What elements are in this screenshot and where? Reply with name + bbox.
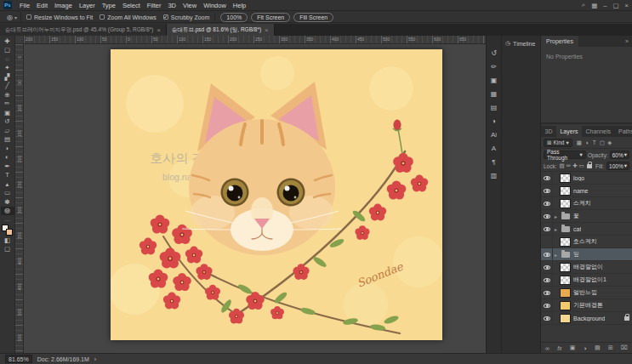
brushes-panel-icon[interactable]: ✏ [487, 60, 501, 73]
layer-row-6[interactable]: 호스케치 [541, 236, 632, 248]
close-tab-icon[interactable]: × [265, 26, 269, 34]
layer-row-9[interactable]: 배경깔없이1 [541, 274, 632, 287]
group-caret-icon[interactable]: ▸ [553, 226, 559, 232]
visibility-toggle[interactable] [541, 274, 553, 286]
quick-mask-button[interactable]: ◧ [1, 236, 14, 245]
fill-input[interactable]: 100% ▾ [606, 162, 629, 170]
brush-tool[interactable]: ✏ [1, 100, 14, 109]
pixel-layer-filter-icon[interactable]: ▦ [576, 139, 583, 146]
visibility-toggle[interactable] [541, 185, 553, 196]
adjustment-layer-filter-icon[interactable]: ◑ [584, 139, 590, 146]
layer-row-2[interactable]: name [541, 185, 632, 197]
group-caret-icon[interactable]: ▸ [553, 213, 559, 219]
history-brush-tool[interactable]: ↺ [1, 117, 14, 127]
clone-stamp-tool[interactable]: ▣ [1, 108, 14, 117]
fill-screen-button[interactable]: Fill Screen [293, 13, 333, 22]
background-color-swatch[interactable] [6, 229, 13, 236]
character-panel-icon[interactable]: A [487, 141, 501, 155]
shape-layer-filter-icon[interactable]: ▢ [599, 139, 606, 146]
edit-toolbar-icon[interactable]: … [4, 216, 10, 222]
fit-screen-button[interactable]: Fit Screen [251, 13, 290, 22]
100--button[interactable]: 100% [220, 13, 248, 22]
menu-help[interactable]: Help [230, 2, 249, 9]
crop-tool[interactable]: ▞ [1, 72, 14, 82]
eraser-tool[interactable]: ▱ [1, 126, 14, 135]
zoom-level-input[interactable]: 81.65% [5, 355, 32, 363]
layer-row-12[interactable]: Background [541, 312, 632, 325]
visibility-toggle[interactable] [541, 261, 553, 273]
lock-transparency-icon[interactable]: ▨ [560, 162, 565, 169]
layer-row-4[interactable]: ▸꽃 [541, 210, 632, 223]
libraries-panel-icon[interactable]: Ai [487, 128, 501, 141]
option-checkbox-1[interactable]: Resize Windows to Fit [26, 14, 93, 20]
lock-artboard-icon[interactable]: ▭ [579, 162, 584, 169]
dodge-tool[interactable]: ◐ [1, 153, 14, 162]
menu-file[interactable]: File [16, 2, 33, 9]
shape-tool[interactable]: ▭ [1, 189, 14, 198]
timeline-panel-button[interactable]: ◷ Timeline [502, 38, 540, 48]
tab-paths[interactable]: Paths [615, 126, 632, 137]
menu-filter[interactable]: Filter [144, 2, 165, 9]
paragraph-panel-icon[interactable]: ¶ [487, 155, 501, 168]
new-group-icon[interactable]: ▤ [595, 344, 601, 351]
visibility-toggle[interactable] [541, 223, 553, 235]
menu-layer[interactable]: Layer [76, 2, 99, 9]
lock-all-icon[interactable] [587, 164, 592, 168]
layer-row-1[interactable]: logo [541, 172, 632, 185]
lock-pixels-icon[interactable]: ✏ [567, 162, 571, 169]
visibility-toggle[interactable] [541, 248, 553, 260]
healing-brush-tool[interactable]: ⊕ [1, 90, 14, 100]
close-tab-icon[interactable]: × [157, 26, 161, 34]
tab-properties[interactable]: Properties [541, 36, 578, 47]
opacity-input[interactable]: 60% ▾ [610, 151, 629, 159]
visibility-toggle[interactable] [541, 197, 553, 209]
canvas-document[interactable]: 호사의 감각 - 호랑Lab blog.naver.com/mmm429 [111, 49, 442, 340]
screen-mode-button[interactable]: ▢ [1, 245, 14, 254]
hand-tool[interactable]: ✽ [1, 197, 14, 207]
visibility-toggle[interactable] [541, 236, 553, 247]
new-layer-icon[interactable]: ⊞ [608, 344, 613, 351]
layer-row-8[interactable]: 배경깔없이 [541, 261, 632, 274]
zoom-tool[interactable]: ◎ [1, 207, 14, 216]
navigator-panel-icon[interactable]: ▥ [487, 168, 501, 182]
option-checkbox-3[interactable]: ✓Scrubby Zoom [163, 14, 210, 20]
tab-3d[interactable]: 3D [541, 126, 556, 137]
type-layer-filter-icon[interactable]: T [591, 139, 598, 146]
visibility-toggle[interactable] [541, 299, 553, 311]
tab-channels[interactable]: Channels [582, 126, 615, 137]
layer-mask-icon[interactable]: ▣ [570, 344, 576, 351]
layer-row-11[interactable]: 기본배경톤 [541, 299, 632, 312]
type-tool[interactable]: T [1, 171, 14, 180]
marquee-tool[interactable]: ▢ [1, 46, 14, 55]
layer-row-10[interactable]: 얼반느낌 [541, 287, 632, 299]
search-icon[interactable]: ⌕ [582, 1, 585, 9]
layer-row-5[interactable]: ▸cat [541, 223, 632, 236]
option-checkbox-2[interactable]: Zoom All Windows [100, 14, 157, 20]
workspace-icon[interactable]: ▦ [591, 2, 597, 9]
menu-type[interactable]: Type [99, 2, 119, 9]
document-tab-1[interactable]: 순대튜브레이어누끼지우면.psd @ 45.4% (Group 5, RGB/8… [0, 24, 167, 36]
layer-row-3[interactable]: 스케치 [541, 197, 632, 210]
current-tool-badge[interactable]: ◎ ▾ [3, 12, 21, 22]
group-caret-icon[interactable]: ▸ [553, 252, 559, 258]
lock-position-icon[interactable]: ✚ [572, 162, 577, 169]
lasso-tool[interactable]: ◌ [1, 54, 14, 64]
swatches-panel-icon[interactable]: ▦ [487, 87, 501, 100]
blur-tool[interactable]: ◗ [1, 144, 14, 153]
document-tab-2[interactable]: 순대튜브.psd @ 81.6% (잎, RGB/8*)× [167, 24, 275, 36]
eyedropper-tool[interactable]: ╱ [1, 82, 14, 91]
collapse-panels-icon[interactable]: » [625, 36, 632, 47]
quick-selection-tool[interactable]: ✦ [1, 64, 14, 73]
adjustment-layer-icon[interactable]: ◑ [584, 345, 587, 351]
visibility-toggle[interactable] [541, 287, 553, 299]
kind-filter-select[interactable]: ⊞ Kind ▾ [544, 139, 572, 147]
delete-layer-icon[interactable]: ⌧ [621, 344, 628, 351]
gradient-tool[interactable]: ▤ [1, 135, 14, 145]
visibility-toggle[interactable] [541, 210, 553, 222]
blend-mode-select[interactable]: Pass Through ▾ [544, 151, 586, 159]
layer-effects-icon[interactable]: fx [557, 345, 561, 351]
adjustments-panel-icon[interactable]: ◑ [487, 114, 501, 128]
patterns-panel-icon[interactable]: ▤ [487, 100, 501, 114]
close-icon[interactable]: × [625, 2, 629, 9]
status-arrow-icon[interactable]: › [94, 356, 96, 362]
